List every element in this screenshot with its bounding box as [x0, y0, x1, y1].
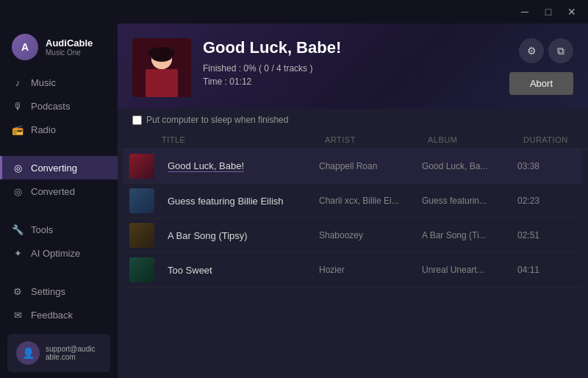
col-header-title: TITLE: [156, 135, 325, 144]
track-table-header: TITLE ARTIST ALBUM DURATION: [118, 131, 588, 149]
app-subtitle: Music One: [46, 49, 93, 57]
active-indicator: [0, 156, 2, 179]
sidebar-item-feedback[interactable]: ✉ Feedback: [0, 303, 118, 327]
sidebar-section-main: ♪ Music 🎙 Podcasts 📻 Radio: [0, 68, 118, 144]
album-art-svg: [132, 38, 191, 97]
sidebar-label-music: Music: [31, 77, 56, 88]
col-header-album: ALBUM: [428, 135, 523, 144]
app-logo: A: [12, 34, 38, 60]
sidebar-label-feedback: Feedback: [31, 310, 73, 321]
sidebar-section-convert: ◎ Converting ◎ Converted: [0, 153, 118, 206]
settings-button[interactable]: ⚙: [519, 38, 544, 63]
tools-icon: 🔧: [12, 224, 24, 235]
sidebar-label-converted: Converted: [31, 186, 75, 197]
track-title-col-4: Too Sweet: [162, 265, 319, 276]
logo-area: A AudiCable Music One: [0, 24, 118, 68]
track-thumb-2: [129, 188, 154, 213]
track-thumb-4: [129, 257, 154, 282]
svg-rect-2: [146, 69, 178, 97]
table-row[interactable]: A Bar Song (Tipsy) Shaboozey A Bar Song …: [123, 218, 582, 253]
col-header-artist: ARTIST: [325, 135, 428, 144]
app-body: A AudiCable Music One ♪ Music 🎙 Podcasts…: [0, 24, 588, 378]
album-art: [132, 38, 191, 97]
track-thumb-1: [129, 154, 154, 179]
progress-text: Finished : 0% ( 0 / 4 tracks ): [203, 63, 498, 74]
sidebar-label-converting: Converting: [31, 163, 77, 174]
sidebar-item-ai-optimize[interactable]: ✦ AI Optimize: [0, 241, 118, 265]
export-button[interactable]: ⧉: [548, 38, 573, 63]
track-thumb-3: [129, 223, 154, 248]
main-content: Good Luck, Babe! Finished : 0% ( 0 / 4 t…: [118, 24, 588, 378]
ai-optimize-icon: ✦: [12, 247, 24, 259]
track-title-col-2: Guess featuring Billie Eilish: [162, 196, 319, 207]
track-duration-2: 02:23: [517, 196, 576, 206]
album-title: Good Luck, Babe!: [203, 38, 498, 57]
track-album-4: Unreal Uneart...: [422, 265, 517, 275]
table-row[interactable]: Good Luck, Babe! Chappell Roan Good Luck…: [123, 149, 582, 184]
table-row[interactable]: Guess featuring Billie Eilish Charli xcx…: [123, 184, 582, 218]
sidebar-label-tools: Tools: [31, 224, 53, 235]
sidebar-item-tools[interactable]: 🔧 Tools: [0, 218, 118, 241]
track-name-3: A Bar Song (Tipsy): [168, 230, 319, 241]
user-account-footer[interactable]: 👤 support@audicable.com: [7, 334, 110, 372]
radio-icon: 📻: [12, 124, 24, 135]
track-name-4: Too Sweet: [168, 265, 319, 276]
minimize-button[interactable]: ─: [514, 4, 535, 20]
avatar: 👤: [16, 341, 40, 365]
header-actions: ⚙ ⧉ Abort: [509, 38, 573, 95]
music-icon: ♪: [12, 76, 24, 88]
sidebar-item-podcasts[interactable]: 🎙 Podcasts: [0, 94, 118, 118]
window-controls: ─ □ ✕: [514, 4, 582, 20]
logo-text: AudiCable Music One: [46, 38, 93, 57]
sidebar-item-converted[interactable]: ◎ Converted: [0, 179, 118, 203]
sidebar-item-converting[interactable]: ◎ Converting: [0, 156, 118, 179]
podcasts-icon: 🎙: [12, 100, 24, 112]
header-info: Good Luck, Babe! Finished : 0% ( 0 / 4 t…: [203, 38, 498, 87]
track-title-col-1: Good Luck, Babe!: [162, 160, 319, 172]
sidebar-item-settings[interactable]: ⚙ Settings: [0, 279, 118, 303]
track-artist-2: Charli xcx, Billie Ei...: [319, 196, 422, 206]
title-bar: ─ □ ✕: [0, 0, 588, 24]
svg-point-5: [148, 47, 175, 59]
converted-icon: ◎: [12, 185, 24, 197]
user-email: support@audicable.com: [46, 345, 95, 361]
sidebar-label-radio: Radio: [31, 124, 56, 135]
sleep-option: Put computer to sleep when finished: [118, 109, 588, 131]
sidebar-label-podcasts: Podcasts: [31, 101, 70, 112]
track-title-col-3: A Bar Song (Tipsy): [162, 230, 319, 241]
converting-icon: ◎: [12, 162, 24, 174]
track-duration-3: 02:51: [517, 230, 576, 240]
sidebar-label-ai-optimize: AI Optimize: [31, 248, 80, 259]
time-text: Time : 01:12: [203, 76, 498, 87]
abort-button[interactable]: Abort: [509, 72, 573, 95]
track-album-1: Good Luck, Ba...: [422, 161, 517, 171]
sleep-label[interactable]: Put computer to sleep when finished: [146, 115, 288, 125]
sidebar-section-bottom: ⚙ Settings ✉ Feedback: [0, 277, 118, 329]
sidebar-item-music[interactable]: ♪ Music: [0, 71, 118, 94]
track-album-2: Guess featurin...: [422, 196, 517, 206]
content-header: Good Luck, Babe! Finished : 0% ( 0 / 4 t…: [118, 24, 588, 109]
maximize-button[interactable]: □: [538, 4, 559, 20]
track-name-2: Guess featuring Billie Eilish: [168, 196, 319, 207]
track-artist-1: Chappell Roan: [319, 161, 422, 171]
sleep-checkbox-input[interactable]: [132, 115, 142, 125]
col-header-duration: DURATION: [523, 135, 582, 144]
track-artist-4: Hozier: [319, 265, 422, 275]
track-album-3: A Bar Song (Ti...: [422, 230, 517, 240]
col-header-thumb: [123, 135, 156, 144]
sidebar-section-tools: 🔧 Tools ✦ AI Optimize: [0, 215, 118, 268]
track-artist-3: Shaboozey: [319, 230, 422, 240]
track-name-1: Good Luck, Babe!: [168, 160, 244, 172]
settings-icon: ⚙: [12, 285, 24, 297]
header-top-buttons: ⚙ ⧉: [519, 38, 573, 63]
feedback-icon: ✉: [12, 309, 24, 321]
sidebar: A AudiCable Music One ♪ Music 🎙 Podcasts…: [0, 24, 118, 378]
track-list: Good Luck, Babe! Chappell Roan Good Luck…: [118, 149, 588, 378]
track-duration-4: 04:11: [517, 265, 576, 275]
sidebar-label-settings: Settings: [31, 286, 65, 297]
table-row[interactable]: Too Sweet Hozier Unreal Uneart... 04:11: [123, 253, 582, 288]
app-name: AudiCable: [46, 38, 93, 49]
track-duration-1: 03:38: [517, 161, 576, 171]
sidebar-item-radio[interactable]: 📻 Radio: [0, 118, 118, 141]
close-button[interactable]: ✕: [562, 4, 582, 20]
